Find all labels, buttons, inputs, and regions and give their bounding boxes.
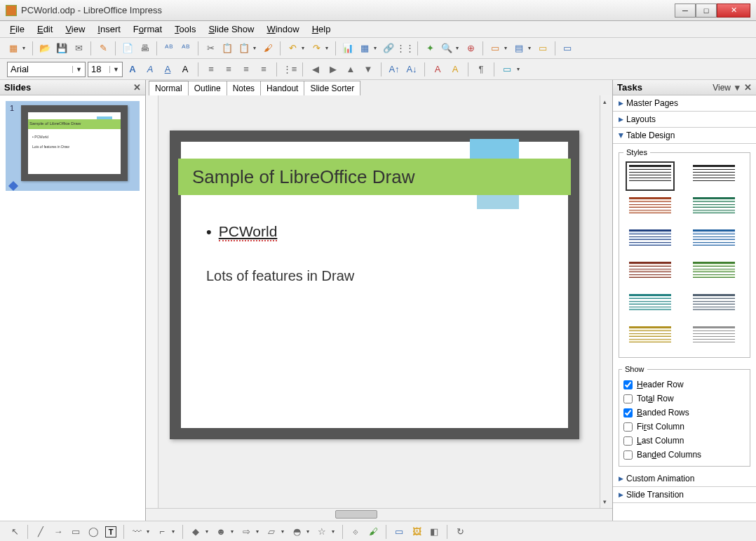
zoom-button[interactable]: 🔍 (439, 41, 454, 56)
promote-button[interactable]: ◀ (308, 62, 323, 77)
new-dropdown[interactable]: ▾ (22, 45, 28, 51)
dash-icon[interactable]: ▾ (735, 82, 740, 93)
decrease-font-button[interactable]: A↓ (404, 62, 419, 77)
arrow-tool[interactable]: → (50, 524, 66, 540)
bullets-button[interactable]: ⋮≡ (282, 62, 297, 77)
gallery-tool[interactable]: ◧ (426, 524, 442, 540)
table-style-8[interactable] (691, 260, 736, 286)
para-dropdown[interactable]: ▾ (517, 66, 522, 72)
rotate-tool[interactable]: ↻ (452, 524, 468, 540)
copy-button[interactable]: 📋 (220, 41, 235, 56)
slide-title[interactable]: Sample of LibreOffice Draw (178, 159, 571, 195)
chk-banded-rows[interactable]: Banded Rows (622, 406, 747, 420)
edit-button[interactable]: ✎ (95, 41, 111, 56)
section-custom-animation[interactable]: ▶Custom Animation (613, 471, 756, 487)
grid-button[interactable]: ⋮⋮ (398, 41, 413, 56)
ellipse-tool[interactable]: ◯ (86, 524, 101, 540)
undo-dropdown[interactable]: ▾ (302, 45, 307, 51)
help-button[interactable]: ⊕ (463, 41, 478, 56)
font-color-button[interactable]: A (430, 62, 445, 77)
table-style-9[interactable] (628, 293, 673, 318)
tab-handout[interactable]: Handout (260, 81, 304, 95)
email-button[interactable]: ✉ (71, 41, 86, 56)
print-button[interactable]: 🖶 (137, 41, 152, 56)
tab-normal[interactable]: Normal (149, 81, 189, 95)
close-tasks-icon[interactable]: ✕ (744, 82, 752, 93)
undo-button[interactable]: ↶ (285, 41, 300, 56)
close-button[interactable]: ✕ (717, 4, 750, 18)
slide-button[interactable]: ▭ (487, 41, 503, 56)
tab-slide-sorter[interactable]: Slide Sorter (304, 81, 360, 95)
chk-total-row[interactable]: Total Row (622, 392, 747, 406)
redo-button[interactable]: ↷ (309, 41, 324, 56)
maximize-button[interactable]: □ (696, 4, 717, 18)
slide-layout-button[interactable]: ▤ (511, 41, 527, 56)
chart-button[interactable]: 📊 (340, 41, 356, 56)
block-arrows-tool[interactable]: ⇨ (238, 524, 254, 540)
section-master-pages[interactable]: ▶Master Pages (613, 95, 756, 112)
demote-button[interactable]: ▶ (325, 62, 341, 77)
spellcheck-button[interactable]: ᴬᴮ (161, 41, 177, 56)
zoom-dropdown[interactable]: ▾ (456, 45, 461, 51)
paste-button[interactable]: 📋 (236, 41, 252, 56)
table-style-1[interactable] (628, 163, 673, 189)
chk-first-column[interactable]: First Column (622, 420, 747, 434)
animation-button[interactable]: ✦ (422, 41, 438, 56)
align-left-button[interactable]: ≡ (203, 62, 219, 77)
connector-tool[interactable]: ⌐ (154, 524, 170, 540)
canvas[interactable]: Sample of LibreOffice Draw PCWorld Lots … (158, 95, 600, 508)
pdf-button[interactable]: 📄 (120, 41, 135, 56)
menu-slideshow[interactable]: Slide Show (203, 22, 259, 36)
menu-help[interactable]: Help (306, 22, 337, 36)
hyperlink-button[interactable]: 🔗 (381, 41, 396, 56)
slide-line2[interactable]: Lots of features in Draw (206, 268, 354, 284)
table-button[interactable]: ▦ (357, 41, 372, 56)
menu-insert[interactable]: Insert (92, 22, 126, 36)
align-justify-button[interactable]: ≡ (256, 62, 271, 77)
slide-content[interactable]: PCWorld (206, 223, 277, 241)
format-paintbrush-button[interactable]: 🖌 (260, 41, 276, 56)
section-layouts[interactable]: ▶Layouts (613, 112, 756, 128)
from-file-tool[interactable]: 🖼 (409, 524, 424, 540)
curve-tool[interactable]: 〰 (129, 524, 144, 540)
table-style-11[interactable] (628, 325, 673, 350)
table-style-3[interactable] (628, 196, 673, 221)
slide-design-button[interactable]: ▭ (535, 41, 551, 56)
font-size-combo[interactable]: 18 ▼ (88, 62, 123, 77)
italic-button[interactable]: A (142, 62, 158, 77)
fontwork-tool[interactable]: ▭ (391, 524, 407, 540)
table-style-10[interactable] (691, 293, 736, 318)
slide-thumb-1[interactable]: 1 Sample of LibreOffice Draw • PCWorld L… (6, 101, 140, 191)
layout-dropdown[interactable]: ▾ (528, 45, 534, 51)
menu-window[interactable]: Window (261, 22, 304, 36)
move-up-button[interactable]: ▲ (343, 62, 358, 77)
menu-view[interactable]: View (60, 22, 90, 36)
highlight-button[interactable]: A (447, 62, 463, 77)
open-button[interactable]: 📂 (37, 41, 53, 56)
menu-format[interactable]: Format (128, 22, 168, 36)
menu-file[interactable]: File (4, 22, 30, 36)
section-slide-transition[interactable]: ▶Slide Transition (613, 487, 756, 503)
basic-shapes-tool[interactable]: ◆ (188, 524, 203, 540)
slide[interactable]: Sample of LibreOffice Draw PCWorld Lots … (170, 131, 579, 439)
character-button[interactable]: ¶ (473, 62, 489, 77)
table-style-6[interactable] (691, 228, 736, 253)
increase-font-button[interactable]: A↑ (386, 62, 402, 77)
chk-banded-columns[interactable]: Banded Columns (622, 448, 747, 462)
save-button[interactable]: 💾 (54, 41, 69, 56)
line-tool[interactable]: ╱ (33, 524, 48, 540)
menu-tools[interactable]: Tools (169, 22, 201, 36)
bold-button[interactable]: A (125, 62, 140, 77)
presentation-button[interactable]: ▭ (560, 41, 575, 56)
horizontal-scrollbar[interactable] (146, 508, 612, 521)
underline-button[interactable]: A (160, 62, 175, 77)
rectangle-tool[interactable]: ▭ (68, 524, 83, 540)
table-style-4[interactable] (691, 196, 736, 221)
text-tool[interactable]: T (103, 524, 119, 540)
tab-outline[interactable]: Outline (188, 81, 227, 95)
select-tool[interactable]: ↖ (7, 524, 22, 540)
shadow-button[interactable]: A (177, 62, 193, 77)
close-panel-icon[interactable]: ✕ (133, 82, 141, 93)
gluepoints-tool[interactable]: 🖌 (365, 524, 381, 540)
stars-tool[interactable]: ☆ (314, 524, 330, 540)
